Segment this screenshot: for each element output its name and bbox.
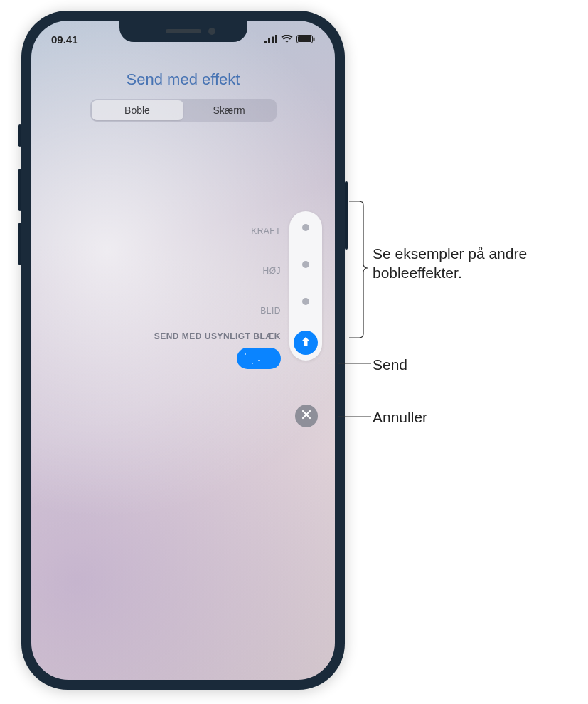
effect-label-loud: HØJ [263, 265, 282, 277]
battery-icon [296, 33, 315, 46]
callout-lead-cancel [338, 416, 371, 417]
bubble-effects-picker: KRAFT HØJ BLID SEND MED USYNLIGT BLÆK [154, 211, 322, 361]
effect-dot-slam[interactable] [302, 224, 309, 231]
message-bubble-preview [237, 348, 281, 369]
svg-rect-6 [314, 37, 315, 41]
tab-screen[interactable]: Skærm [183, 100, 275, 120]
effect-label-invisible: SEND MED USYNLIGT BLÆK [154, 331, 281, 342]
tab-bubble[interactable]: Boble [92, 100, 183, 120]
status-time: 09.41 [51, 33, 94, 46]
svg-rect-2 [272, 36, 274, 43]
callout-bracket [349, 200, 368, 339]
send-button[interactable] [294, 331, 318, 355]
effect-dot-column [289, 211, 322, 361]
phone-frame: 09.41 Send med effekt Boble Skærm [21, 11, 345, 690]
callout-preview: Se eksempler på andre bobleeffekter. [373, 244, 579, 283]
effect-dot-loud[interactable] [302, 261, 309, 268]
effect-dot-gentle[interactable] [302, 298, 309, 305]
volume-up-button [18, 169, 21, 211]
effect-type-segmented[interactable]: Boble Skærm [90, 99, 277, 122]
callout-send: Send [373, 355, 407, 374]
svg-rect-1 [268, 38, 270, 43]
svg-rect-5 [298, 36, 311, 42]
screen: 09.41 Send med effekt Boble Skærm [31, 21, 335, 680]
cancel-button[interactable] [295, 405, 318, 427]
effect-label-gentle: BLID [260, 305, 281, 316]
svg-rect-0 [264, 41, 267, 43]
cellular-icon [264, 33, 277, 46]
status-icons [264, 33, 315, 46]
effect-label-slam: KRAFT [251, 225, 281, 237]
power-button [345, 181, 348, 250]
close-icon [301, 410, 311, 422]
callout-lead-send [338, 363, 371, 364]
wifi-icon [281, 33, 293, 46]
callout-cancel: Annuller [373, 407, 427, 427]
notch [119, 21, 247, 42]
svg-rect-3 [275, 35, 277, 43]
page-title: Send med effekt [31, 70, 335, 89]
volume-down-button [18, 223, 21, 265]
silent-switch [18, 124, 21, 147]
arrow-up-icon [299, 335, 312, 351]
effect-labels: KRAFT HØJ BLID SEND MED USYNLIGT BLÆK [154, 211, 289, 361]
